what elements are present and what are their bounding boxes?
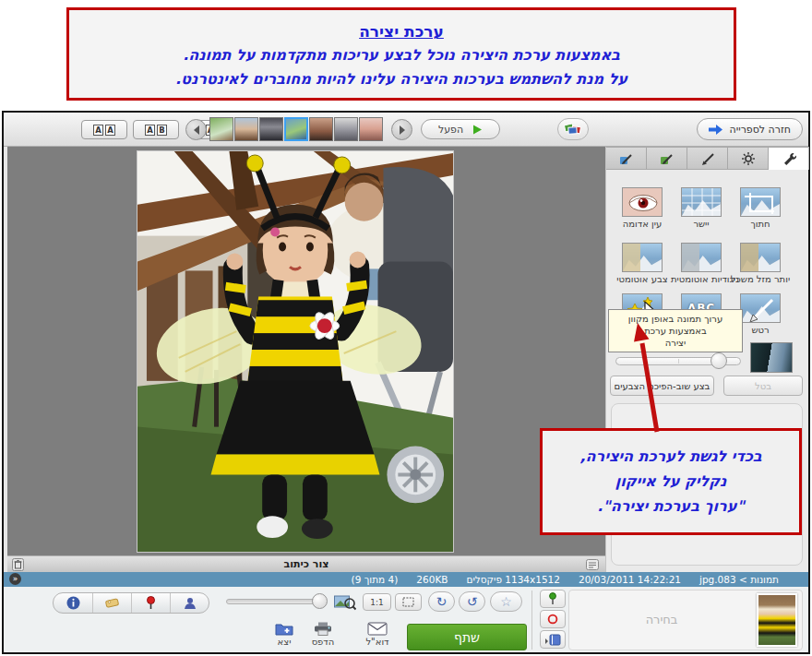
actual-size-label: 1:1 [370, 598, 383, 607]
fit-to-window-button[interactable] [395, 593, 422, 611]
rotate-cw-icon: ↻ [436, 594, 448, 609]
tool-auto-contrast[interactable]: ניגודיות אוטומטית [671, 243, 732, 284]
brush-icon [700, 151, 715, 166]
undo-button[interactable]: בטל [723, 376, 803, 396]
prev-photo-button[interactable] [185, 119, 207, 140]
wrench-icon [782, 151, 796, 166]
view-mode-aa-button[interactable]: A A [81, 120, 127, 139]
fill-light-preview-thumbnail[interactable] [750, 342, 793, 373]
back-to-library-button[interactable]: חזרה לספרייה [697, 118, 803, 140]
tags-button[interactable] [92, 593, 131, 613]
picasa-window: A A A B A [2, 111, 810, 654]
top-toolbar: A A A B A [4, 113, 808, 147]
bee-costume-photo [137, 151, 453, 552]
tool-straighten[interactable]: יישר [671, 187, 732, 229]
email-button[interactable]: דוא"ל [357, 622, 398, 647]
star-button[interactable]: ☆ [490, 591, 522, 612]
share-button[interactable]: שתף [407, 624, 527, 650]
caption-display-icon[interactable] [586, 559, 599, 573]
filmstrip-thumbnail[interactable] [259, 117, 283, 141]
tray-photo-thumbnail[interactable] [757, 593, 797, 647]
rotate-cw-button[interactable]: ↻ [428, 591, 455, 612]
album-dropdown-icon [544, 634, 561, 646]
filmstrip-thumbnail[interactable] [234, 117, 258, 141]
info-icon [66, 596, 80, 610]
callout-title: ערכת יצירה [69, 19, 734, 43]
tab-retouch[interactable] [687, 147, 728, 170]
tooltip-line: יצירה [665, 338, 687, 348]
filmstrip [209, 117, 383, 141]
tool-label: עין אדומה [612, 219, 673, 229]
zoom-slider-thumb[interactable] [312, 593, 328, 609]
main-photo [137, 150, 454, 553]
info-button[interactable] [54, 593, 92, 613]
red-circle-icon [547, 614, 558, 625]
tool-auto-color[interactable]: צבע אוטומטי [612, 243, 673, 284]
annotation-callout-bottom: בכדי לגשת לערכת היצירה, נקליק על אייקון … [540, 428, 802, 535]
status-dimensions: 1134x1512 פיקסלים [467, 574, 560, 585]
tool-label: ניגודיות אוטומטית [671, 274, 732, 284]
add-to-album-button[interactable] [540, 630, 566, 649]
toolbar-divider [531, 590, 532, 650]
status-position: (4 מתוך 9) [352, 574, 399, 585]
callout-line: בכדי לגשת לערכת היצירה, [543, 444, 799, 469]
caption-placeholder[interactable]: צור כיתוב [284, 558, 329, 570]
filmstrip-thumbnail[interactable] [359, 117, 383, 141]
straighten-icon [681, 187, 722, 217]
rotate-ccw-button[interactable]: ↺ [459, 591, 485, 612]
actual-size-button[interactable]: 1:1 [363, 593, 391, 611]
tab-lighting[interactable] [728, 147, 769, 170]
auto-contrast-icon [681, 243, 722, 272]
export-label: יצא [278, 637, 292, 647]
status-path: תמונות > 083.jpg [699, 574, 779, 585]
arrow-right-icon [397, 125, 408, 136]
filmstrip-thumbnail[interactable] [209, 117, 233, 141]
retouch-icon [740, 293, 781, 323]
collage-icon [563, 122, 583, 137]
tool-crop[interactable]: חתוך [730, 187, 791, 229]
fill-light-slider-thumb[interactable] [710, 352, 727, 369]
filmstrip-thumbnail[interactable] [309, 117, 333, 141]
zoom-preview-button[interactable] [334, 594, 356, 614]
play-icon [472, 125, 483, 135]
tool-label: חתוך [730, 219, 791, 229]
tag-icon [105, 597, 120, 609]
back-arrow-icon [709, 124, 723, 136]
feeling-lucky-icon [740, 243, 781, 272]
play-slideshow-button[interactable]: הפעל [421, 119, 500, 139]
rotate-ccw-icon: ↺ [467, 594, 478, 609]
geotag-button[interactable] [131, 593, 170, 613]
hold-selection-button[interactable] [540, 590, 566, 608]
tab-effects-blue[interactable] [606, 147, 647, 170]
photo-viewer [7, 147, 605, 555]
back-label: חזרה לספרייה [730, 124, 791, 136]
redo-button[interactable]: בצע שוב-הפיכת הצבעים [610, 376, 714, 396]
tool-red-eye[interactable]: עין אדומה [612, 187, 673, 229]
view-mode-ab-button[interactable]: A B [133, 120, 179, 139]
crop-icon [740, 187, 781, 217]
fit-icon [402, 597, 414, 607]
tab-effects-green[interactable] [647, 147, 687, 170]
export-button[interactable]: יצא [264, 622, 304, 647]
map-pin-icon [146, 596, 156, 610]
zoom-slider-track[interactable] [226, 599, 326, 604]
next-photo-button[interactable] [391, 119, 412, 140]
status-expand-icon[interactable]: » [9, 573, 21, 585]
collage-button[interactable] [557, 118, 589, 140]
screenshot-root: ערכת יצירה באמצעות ערכת היצירה נוכל לבצע… [0, 0, 812, 656]
tab-basic-fixes[interactable] [769, 147, 809, 170]
clear-selection-button[interactable] [540, 610, 566, 628]
green-brush-icon [660, 151, 675, 166]
filmstrip-thumbnail-selected[interactable] [284, 117, 308, 141]
share-label: שתף [454, 630, 480, 645]
caption-bar: צור כיתוב [7, 555, 605, 572]
callout-line: נקליק על אייקון [543, 469, 799, 494]
filmstrip-thumbnail[interactable] [334, 117, 358, 141]
blue-brush-icon [619, 151, 634, 166]
tool-label: יישר [671, 219, 732, 229]
print-button[interactable]: הדפס [303, 622, 343, 647]
view-letter: A [145, 125, 155, 136]
auto-color-icon [622, 243, 663, 272]
callout-line: על מנת להשתמש בערכות היצירה עלינו להיות … [69, 67, 734, 91]
people-button[interactable] [170, 593, 209, 613]
